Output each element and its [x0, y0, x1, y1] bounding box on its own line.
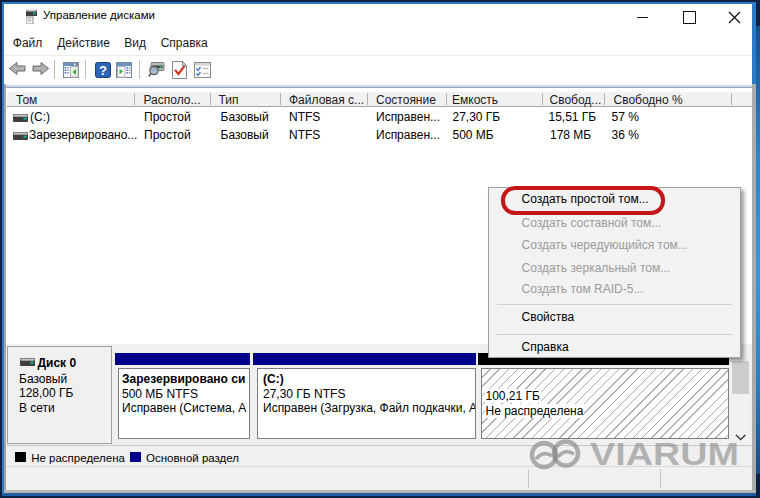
svg-text:VIARUM: VIARUM [590, 438, 739, 472]
svg-text:?: ? [99, 63, 107, 78]
